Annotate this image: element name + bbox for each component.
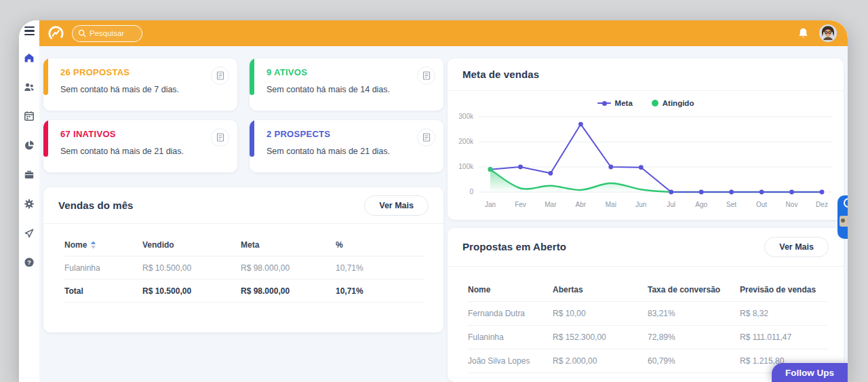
table-cell: R$ 98.000,00 [241,286,336,296]
sidebar-item-reports[interactable] [24,140,35,151]
column-header: Nome [468,285,553,294]
svg-text:300k: 300k [458,113,474,120]
ver-mais-button[interactable]: Ver Mais [364,195,429,216]
table-cell: 60,79% [648,356,740,366]
help-icon: ? [24,256,35,268]
document-icon [216,133,224,142]
table-row[interactable]: Fernanda DutraR$ 10,0083,21%R$ 8,32 [468,302,827,326]
stat-title: 26 PROPOSTAS [60,67,226,77]
send-icon [24,227,35,239]
search-bar [72,25,142,42]
svg-text:?: ? [27,259,31,265]
table-cell: 72,89% [648,332,740,342]
stat-card-propostas[interactable]: 26 PROPOSTAS Sem contato há mais de 7 di… [43,58,237,111]
pie-chart-icon [24,140,35,151]
svg-text:200k: 200k [458,138,474,145]
sidebar: ? [19,20,39,382]
stat-title: 2 PROSPECTS [267,129,433,139]
sidebar-item-help[interactable]: ? [24,256,35,267]
sales-goal-line-chart[interactable]: 0100k200k300kJanFevMarAbrMaiJunJulAgoSet… [448,110,844,215]
sidebar-item-contacts[interactable] [24,81,35,92]
bell-icon[interactable] [797,27,809,39]
vendas-table: Nome Vendido Meta % FulaninhaR$ 10.500,0… [43,224,443,303]
support-widget-icon [844,198,848,208]
stat-cards: 26 PROPOSTAS Sem contato há mais de 7 di… [43,58,443,172]
table-cell: R$ 111.011,47 [740,332,827,342]
card-title: Vendas do mês [58,199,134,211]
sidebar-item-campaigns[interactable] [24,227,35,238]
follow-ups-button[interactable]: Follow Ups [772,363,848,382]
report-button[interactable] [417,128,435,147]
document-icon [422,71,431,80]
svg-text:Dez: Dez [816,201,828,208]
column-header: Vendido [142,240,241,250]
table-cell: Fulaninha [64,263,142,273]
column-header: % [336,240,425,250]
svg-text:Jan: Jan [485,201,496,208]
meta-marker [597,102,611,104]
table-row[interactable]: FulaninhaR$ 152.300,0072,89%R$ 111.011,4… [468,326,827,349]
sidebar-item-products[interactable] [24,169,35,180]
stat-card-inativos[interactable]: 67 INATIVOS Sem contato há mais de 21 di… [43,120,237,172]
search-input[interactable] [90,29,136,37]
sidebar-item-calendar[interactable] [24,111,35,121]
table-cell: Total [64,286,142,296]
topbar [39,20,848,46]
stat-subtitle: Sem contato há mais de 14 dias. [267,85,433,94]
card-title: Propostas em Aberto [462,241,566,252]
table-cell: R$ 2.000,00 [553,356,648,366]
sidebar-item-home[interactable] [24,52,35,63]
column-header: Meta [241,240,336,250]
column-header-nome[interactable]: Nome [64,240,142,250]
svg-text:Ago: Ago [695,201,707,208]
card-accent-bar [43,58,48,95]
svg-text:Set: Set [726,201,736,208]
table-cell: R$ 10.500,00 [142,286,241,296]
svg-text:Mar: Mar [545,201,557,208]
document-icon [216,71,224,80]
menu-icon[interactable] [24,26,35,35]
report-button[interactable] [417,66,435,85]
users-icon [24,81,35,93]
calendar-icon [24,111,35,121]
stat-title: 67 INATIVOS [60,129,226,139]
column-header: Abertas [553,285,648,294]
brand-logo [47,25,64,42]
svg-text:100k: 100k [458,163,474,170]
propostas-em-aberto-card: Propostas em Aberto Ver Mais Nome Aberta… [448,228,844,382]
svg-text:0: 0 [469,188,473,195]
column-header: Taxa de conversão [648,285,740,294]
card-accent-bar [250,58,254,95]
meta-de-vendas-card: Meta de vendas Meta Atingido 0100k200k30… [448,58,844,220]
sidebar-item-settings[interactable] [24,198,35,209]
table-cell: 10,71% [336,286,425,296]
propostas-table: Nome Abertas Taxa de conversão Previsão … [448,267,844,373]
svg-text:Jul: Jul [667,201,675,208]
report-button[interactable] [211,128,229,147]
svg-text:Abr: Abr [576,201,587,208]
stat-subtitle: Sem contato há mais de 21 dias. [267,147,433,156]
table-row[interactable]: TotalR$ 10.500,00R$ 98.000,0010,71% [64,280,425,303]
table-cell: 10,71% [336,263,425,273]
table-cell: R$ 10.500,00 [142,263,241,273]
user-avatar[interactable] [819,24,837,42]
table-cell: R$ 10,00 [553,309,648,318]
legend-item-meta[interactable]: Meta [597,99,633,107]
card-accent-bar [43,120,48,157]
report-button[interactable] [211,66,229,85]
legend-item-atingido[interactable]: Atingido [652,99,694,107]
stat-card-prospects[interactable]: 2 PROSPECTS Sem contato há mais de 21 di… [250,120,443,172]
table-cell: 83,21% [648,309,740,318]
card-accent-bar [250,120,254,157]
table-cell: R$ 98.000,00 [241,263,336,273]
support-widget-tab[interactable] [837,195,848,239]
ver-mais-button[interactable]: Ver Mais [764,237,829,257]
table-row[interactable]: FulaninhaR$ 10.500,00R$ 98.000,0010,71% [64,256,425,280]
card-title: Meta de vendas [462,69,539,80]
briefcase-icon [24,169,35,180]
stat-subtitle: Sem contato há mais de 7 dias. [60,85,226,94]
home-icon [24,52,35,64]
stat-card-ativos[interactable]: 9 ATIVOS Sem contato há mais de 14 dias. [250,58,443,111]
sort-icon [90,241,96,249]
main-content: 26 PROPOSTAS Sem contato há mais de 7 di… [39,46,848,382]
